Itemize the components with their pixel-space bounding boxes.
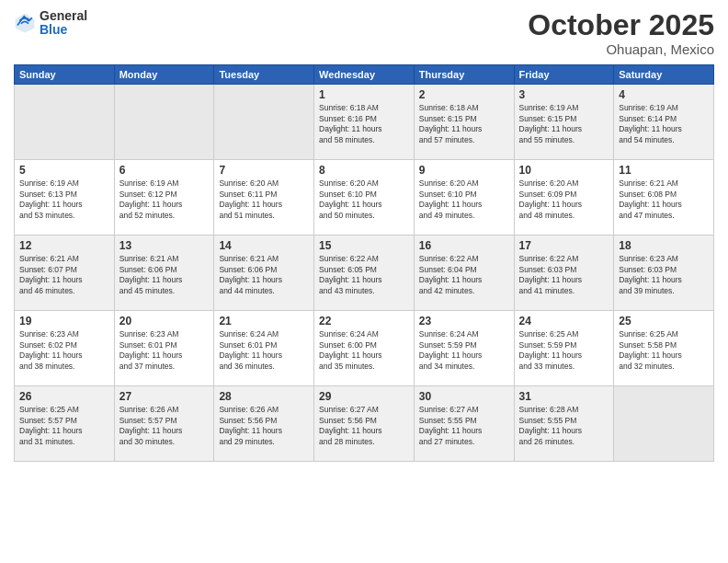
day-number: 27 (119, 390, 210, 403)
day-number: 30 (419, 390, 509, 403)
day-info: Sunrise: 6:19 AM Sunset: 6:12 PM Dayligh… (119, 178, 210, 221)
day-number: 17 (519, 239, 609, 252)
day-info: Sunrise: 6:18 AM Sunset: 6:16 PM Dayligh… (319, 103, 409, 145)
day-number: 29 (319, 390, 409, 403)
logo-text: General Blue (40, 9, 87, 38)
col-header-tuesday: Tuesday (214, 65, 314, 85)
day-info: Sunrise: 6:24 AM Sunset: 5:59 PM Dayligh… (419, 329, 509, 372)
day-number: 24 (519, 315, 609, 327)
calendar-cell: 1Sunrise: 6:18 AM Sunset: 6:16 PM Daylig… (314, 85, 415, 160)
calendar-cell: 16Sunrise: 6:22 AM Sunset: 6:04 PM Dayli… (414, 236, 514, 311)
col-header-monday: Monday (114, 65, 214, 85)
calendar-cell: 12Sunrise: 6:21 AM Sunset: 6:07 PM Dayli… (15, 236, 115, 311)
day-number: 16 (419, 239, 509, 252)
day-number: 13 (119, 239, 210, 252)
day-info: Sunrise: 6:24 AM Sunset: 6:01 PM Dayligh… (219, 329, 309, 372)
calendar-cell: 22Sunrise: 6:24 AM Sunset: 6:00 PM Dayli… (314, 311, 415, 386)
calendar-cell: 25Sunrise: 6:25 AM Sunset: 5:58 PM Dayli… (614, 311, 714, 386)
day-info: Sunrise: 6:24 AM Sunset: 6:00 PM Dayligh… (319, 329, 409, 372)
day-number: 26 (19, 390, 109, 403)
page: General Blue October 2025 Ohuapan, Mexic… (0, 0, 728, 563)
day-info: Sunrise: 6:21 AM Sunset: 6:06 PM Dayligh… (119, 254, 210, 296)
logo: General Blue (14, 9, 87, 38)
calendar-week-row: 19Sunrise: 6:23 AM Sunset: 6:02 PM Dayli… (15, 311, 714, 386)
calendar: SundayMondayTuesdayWednesdayThursdayFrid… (14, 64, 714, 462)
day-info: Sunrise: 6:23 AM Sunset: 6:02 PM Dayligh… (19, 329, 109, 372)
calendar-cell: 4Sunrise: 6:19 AM Sunset: 6:14 PM Daylig… (614, 85, 714, 160)
day-info: Sunrise: 6:27 AM Sunset: 5:56 PM Dayligh… (319, 405, 409, 447)
day-info: Sunrise: 6:20 AM Sunset: 6:11 PM Dayligh… (219, 178, 309, 221)
calendar-cell: 15Sunrise: 6:22 AM Sunset: 6:05 PM Dayli… (314, 236, 415, 311)
calendar-cell: 21Sunrise: 6:24 AM Sunset: 6:01 PM Dayli… (214, 311, 314, 386)
calendar-cell: 19Sunrise: 6:23 AM Sunset: 6:02 PM Dayli… (15, 311, 115, 386)
day-number: 2 (419, 88, 509, 101)
day-info: Sunrise: 6:26 AM Sunset: 5:57 PM Dayligh… (119, 405, 210, 447)
calendar-week-row: 26Sunrise: 6:25 AM Sunset: 5:57 PM Dayli… (15, 386, 714, 462)
day-info: Sunrise: 6:25 AM Sunset: 5:59 PM Dayligh… (519, 329, 609, 372)
calendar-cell: 29Sunrise: 6:27 AM Sunset: 5:56 PM Dayli… (314, 386, 415, 462)
calendar-cell: 2Sunrise: 6:18 AM Sunset: 6:15 PM Daylig… (414, 85, 514, 160)
logo-icon (14, 12, 36, 34)
calendar-cell: 31Sunrise: 6:28 AM Sunset: 5:55 PM Dayli… (514, 386, 614, 462)
calendar-cell (15, 85, 115, 160)
day-number: 11 (619, 164, 709, 177)
day-info: Sunrise: 6:22 AM Sunset: 6:05 PM Dayligh… (319, 254, 409, 296)
day-number: 1 (319, 88, 409, 101)
col-header-friday: Friday (514, 65, 614, 85)
logo-general-text: General (40, 9, 87, 23)
day-info: Sunrise: 6:28 AM Sunset: 5:55 PM Dayligh… (519, 405, 609, 447)
day-info: Sunrise: 6:25 AM Sunset: 5:58 PM Dayligh… (619, 329, 709, 372)
calendar-cell: 18Sunrise: 6:23 AM Sunset: 6:03 PM Dayli… (614, 236, 714, 311)
day-number: 15 (319, 239, 409, 252)
calendar-cell: 10Sunrise: 6:20 AM Sunset: 6:09 PM Dayli… (514, 160, 614, 236)
day-number: 3 (519, 88, 609, 101)
day-number: 21 (219, 315, 309, 327)
calendar-cell (614, 386, 714, 462)
col-header-thursday: Thursday (414, 65, 514, 85)
col-header-sunday: Sunday (15, 65, 115, 85)
day-number: 20 (119, 315, 210, 327)
day-number: 7 (219, 164, 309, 177)
day-number: 19 (19, 315, 109, 327)
day-number: 4 (619, 88, 709, 101)
calendar-cell: 11Sunrise: 6:21 AM Sunset: 6:08 PM Dayli… (614, 160, 714, 236)
day-info: Sunrise: 6:21 AM Sunset: 6:07 PM Dayligh… (19, 254, 109, 296)
day-info: Sunrise: 6:26 AM Sunset: 5:56 PM Dayligh… (219, 405, 309, 447)
calendar-cell: 28Sunrise: 6:26 AM Sunset: 5:56 PM Dayli… (214, 386, 314, 462)
day-number: 5 (19, 164, 109, 177)
header: General Blue October 2025 Ohuapan, Mexic… (14, 9, 714, 57)
calendar-cell (114, 85, 214, 160)
day-number: 25 (619, 315, 709, 327)
day-number: 23 (419, 315, 509, 327)
day-info: Sunrise: 6:25 AM Sunset: 5:57 PM Dayligh… (19, 405, 109, 447)
calendar-cell: 27Sunrise: 6:26 AM Sunset: 5:57 PM Dayli… (114, 386, 214, 462)
day-info: Sunrise: 6:20 AM Sunset: 6:09 PM Dayligh… (519, 178, 609, 221)
day-info: Sunrise: 6:19 AM Sunset: 6:14 PM Dayligh… (619, 103, 709, 145)
calendar-cell: 8Sunrise: 6:20 AM Sunset: 6:10 PM Daylig… (314, 160, 415, 236)
col-header-wednesday: Wednesday (314, 65, 415, 85)
day-info: Sunrise: 6:20 AM Sunset: 6:10 PM Dayligh… (319, 178, 409, 221)
day-number: 18 (619, 239, 709, 252)
title-block: October 2025 Ohuapan, Mexico (528, 9, 714, 57)
day-number: 12 (19, 239, 109, 252)
calendar-cell: 3Sunrise: 6:19 AM Sunset: 6:15 PM Daylig… (514, 85, 614, 160)
col-header-saturday: Saturday (614, 65, 714, 85)
calendar-cell: 14Sunrise: 6:21 AM Sunset: 6:06 PM Dayli… (214, 236, 314, 311)
calendar-cell: 13Sunrise: 6:21 AM Sunset: 6:06 PM Dayli… (114, 236, 214, 311)
day-number: 9 (419, 164, 509, 177)
day-info: Sunrise: 6:21 AM Sunset: 6:08 PM Dayligh… (619, 178, 709, 221)
day-number: 22 (319, 315, 409, 327)
day-number: 10 (519, 164, 609, 177)
day-info: Sunrise: 6:20 AM Sunset: 6:10 PM Dayligh… (419, 178, 509, 221)
day-info: Sunrise: 6:23 AM Sunset: 6:01 PM Dayligh… (119, 329, 210, 372)
day-number: 14 (219, 239, 309, 252)
logo-blue-text: Blue (40, 23, 87, 37)
calendar-header-row: SundayMondayTuesdayWednesdayThursdayFrid… (15, 65, 714, 85)
day-number: 31 (519, 390, 609, 403)
day-info: Sunrise: 6:27 AM Sunset: 5:55 PM Dayligh… (419, 405, 509, 447)
calendar-cell (214, 85, 314, 160)
day-info: Sunrise: 6:19 AM Sunset: 6:15 PM Dayligh… (519, 103, 609, 145)
day-info: Sunrise: 6:22 AM Sunset: 6:04 PM Dayligh… (419, 254, 509, 296)
calendar-week-row: 1Sunrise: 6:18 AM Sunset: 6:16 PM Daylig… (15, 85, 714, 160)
day-number: 8 (319, 164, 409, 177)
